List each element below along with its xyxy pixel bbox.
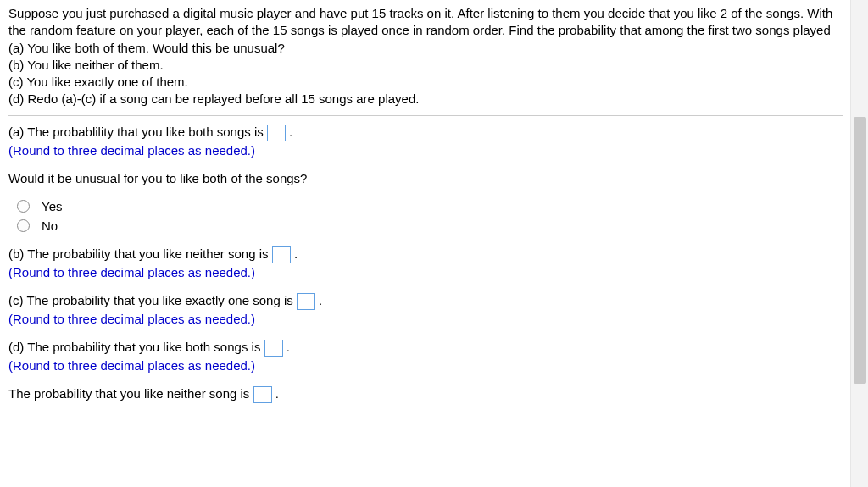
part-d-hint: (Round to three decimal places as needed… bbox=[8, 358, 843, 373]
prompt-block: Suppose you just purchased a digital mus… bbox=[8, 5, 843, 108]
prompt-c: (c) You like exactly one of them. bbox=[8, 74, 843, 91]
part-c-block: (c) The probability that you like exactl… bbox=[8, 293, 843, 326]
part-d-input-2[interactable] bbox=[253, 386, 272, 403]
part-c-hint: (Round to three decimal places as needed… bbox=[8, 312, 843, 326]
part-b-label-after: . bbox=[294, 246, 298, 261]
part-d-line2-after: . bbox=[275, 386, 279, 401]
part-b-hint: (Round to three decimal places as needed… bbox=[8, 265, 843, 279]
radio-icon[interactable] bbox=[17, 219, 30, 232]
part-c-input[interactable] bbox=[297, 293, 315, 310]
radio-row-no[interactable]: No bbox=[17, 219, 843, 233]
part-d-line2: The probability that you like neither so… bbox=[8, 386, 843, 403]
part-d-block: (d) The probability that you like both s… bbox=[8, 340, 843, 373]
part-b-label-before: (b) The probability that you like neithe… bbox=[8, 246, 272, 261]
part-a-question-block: Would it be unusual for you to like both… bbox=[8, 171, 843, 185]
part-d-line2-before: The probability that you like neither so… bbox=[8, 386, 253, 401]
part-a-line: (a) The probablility that you like both … bbox=[8, 125, 843, 141]
part-d-input[interactable] bbox=[264, 340, 283, 357]
scrollbar-thumb[interactable] bbox=[854, 117, 866, 384]
part-d-label-after: . bbox=[287, 340, 290, 354]
part-a-options: Yes No bbox=[8, 199, 843, 233]
radio-icon[interactable] bbox=[17, 200, 30, 213]
part-d-line2-block: The probability that you like neither so… bbox=[8, 386, 843, 403]
part-c-line: (c) The probability that you like exactl… bbox=[8, 293, 843, 310]
part-a-hint: (Round to three decimal places as needed… bbox=[8, 143, 843, 158]
part-d-label-before: (d) The probability that you like both s… bbox=[8, 340, 264, 354]
part-a-question: Would it be unusual for you to like both… bbox=[8, 171, 843, 185]
prompt-b: (b) You like neither of them. bbox=[8, 57, 843, 74]
radio-label-yes: Yes bbox=[42, 199, 62, 213]
part-a-block: (a) The probablility that you like both … bbox=[8, 125, 843, 158]
prompt-d: (d) Redo (a)-(c) if a song can be replay… bbox=[8, 91, 843, 108]
part-a-label-after: . bbox=[289, 125, 292, 139]
question-page: Suppose you just purchased a digital mus… bbox=[0, 0, 850, 487]
vertical-scrollbar[interactable] bbox=[850, 0, 868, 487]
divider bbox=[8, 115, 843, 116]
radio-label-no: No bbox=[42, 219, 58, 233]
radio-row-yes[interactable]: Yes bbox=[17, 199, 843, 213]
part-c-label-after: . bbox=[319, 293, 322, 307]
part-a-input[interactable] bbox=[267, 125, 286, 141]
part-b-line: (b) The probability that you like neithe… bbox=[8, 246, 843, 263]
part-c-label-before: (c) The probability that you like exactl… bbox=[8, 293, 297, 307]
part-d-line: (d) The probability that you like both s… bbox=[8, 340, 843, 357]
prompt-intro: Suppose you just purchased a digital mus… bbox=[8, 5, 843, 40]
part-b-input[interactable] bbox=[272, 246, 291, 263]
prompt-a: (a) You like both of them. Would this be… bbox=[8, 40, 843, 57]
part-a-label-before: (a) The probablility that you like both … bbox=[8, 125, 267, 139]
part-b-block: (b) The probability that you like neithe… bbox=[8, 246, 843, 279]
